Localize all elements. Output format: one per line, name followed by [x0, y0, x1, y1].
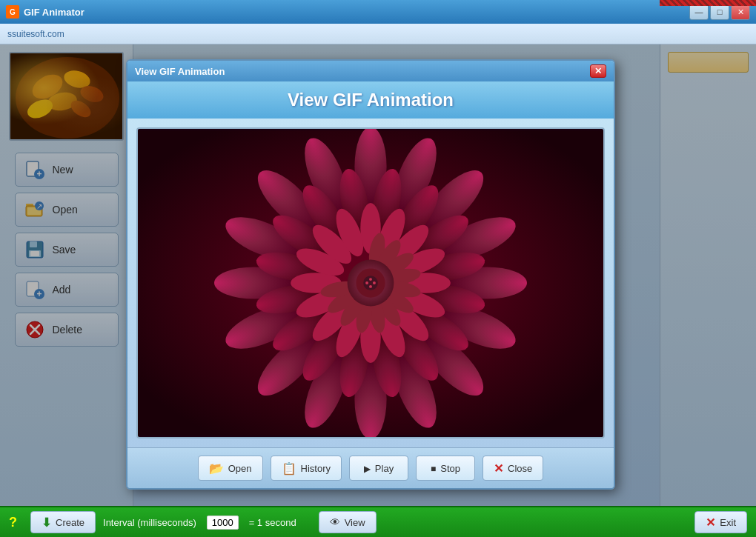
- modal-header-text: View GIF Animation: [288, 90, 454, 110]
- svg-point-94: [365, 281, 368, 284]
- modal-close-button[interactable]: ✕: [590, 64, 606, 78]
- window-controls: — □ ✕: [689, 4, 750, 20]
- modal-overlay: View GIF Animation ✕ View GIF Animation: [0, 44, 756, 506]
- modal-play-button[interactable]: Play: [349, 456, 408, 481]
- modal-open-button[interactable]: 📂 Open: [198, 456, 263, 481]
- modal-title-bar: View GIF Animation ✕: [127, 61, 614, 81]
- exit-label: Exit: [720, 517, 736, 528]
- gif-display-area: [136, 127, 605, 438]
- svg-point-92: [369, 278, 372, 281]
- modal-stop-label: Stop: [440, 463, 460, 474]
- modal-stop-button[interactable]: Stop: [416, 456, 475, 481]
- modal-footer: 📂 Open 📋 History Play: [127, 447, 614, 488]
- view-label: View: [345, 517, 365, 528]
- modal-history-label: History: [301, 463, 331, 474]
- view-button[interactable]: 👁 View: [319, 511, 377, 533]
- exit-button[interactable]: ✕ Exit: [694, 511, 747, 533]
- gif-animation-dialog: View GIF Animation ✕ View GIF Animation: [126, 59, 615, 490]
- content-area: + New ↗ Open: [0, 44, 756, 506]
- interval-value: 1000: [207, 516, 239, 530]
- create-icon: ⬇: [42, 516, 51, 530]
- bottom-bar: ? ⬇ Create Interval (milliseconds) 1000 …: [0, 506, 756, 537]
- help-button[interactable]: ?: [9, 515, 17, 530]
- create-label: Create: [56, 517, 84, 528]
- stripe-decoration: [660, 0, 756, 6]
- close-button[interactable]: ✕: [731, 4, 750, 20]
- menu-bar: ssuitesoft.com: [0, 24, 756, 44]
- modal-body: [127, 119, 614, 447]
- open-folder-icon: 📂: [209, 461, 224, 476]
- app-icon: G: [6, 5, 19, 19]
- exit-x-icon: ✕: [706, 516, 715, 530]
- website-label: ssuitesoft.com: [7, 29, 64, 39]
- modal-open-label: Open: [228, 463, 252, 474]
- dahlia-svg: [138, 129, 603, 437]
- close-x-icon: ✕: [494, 461, 503, 476]
- title-bar: G GIF Animator — □ ✕: [0, 0, 756, 24]
- create-button[interactable]: ⬇ Create: [30, 511, 96, 533]
- app-title: GIF Animator: [24, 7, 84, 18]
- interval-label: Interval (milliseconds): [103, 517, 196, 528]
- stop-icon: [431, 463, 436, 474]
- maximize-button[interactable]: □: [710, 4, 729, 20]
- equals-text: = 1 second: [249, 517, 296, 528]
- modal-history-button[interactable]: 📋 History: [271, 456, 342, 481]
- minimize-button[interactable]: —: [689, 4, 709, 20]
- view-icon: 👁: [330, 516, 340, 528]
- modal-play-label: Play: [375, 463, 394, 474]
- modal-close-label: Close: [508, 463, 532, 474]
- modal-header: View GIF Animation: [127, 81, 614, 119]
- history-icon: 📋: [282, 461, 296, 476]
- play-icon: [364, 463, 371, 474]
- app-icon-letter: G: [10, 8, 16, 16]
- svg-point-93: [373, 281, 376, 284]
- modal-close-dialog-button[interactable]: ✕ Close: [483, 456, 543, 481]
- modal-title: View GIF Animation: [135, 66, 225, 77]
- svg-point-95: [369, 285, 372, 288]
- main-window: G GIF Animator — □ ✕ ssuitesoft.com: [0, 0, 756, 537]
